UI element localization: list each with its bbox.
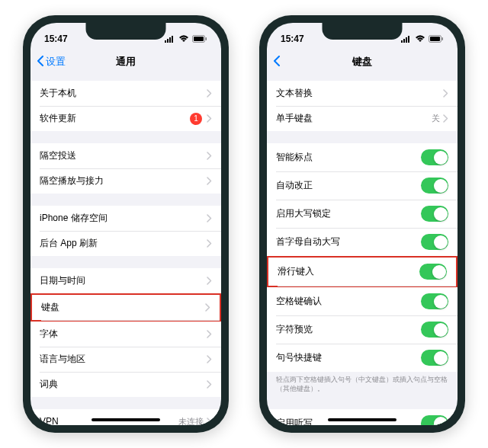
- settings-group: VPN未连接: [30, 409, 221, 425]
- svg-rect-12: [430, 37, 440, 41]
- toggle-switch[interactable]: [421, 415, 448, 425]
- svg-rect-10: [408, 36, 409, 43]
- nav-bar-right: 键盘: [267, 49, 458, 75]
- settings-row[interactable]: 句号快捷键: [267, 344, 458, 372]
- chevron-right-icon: [207, 418, 212, 426]
- toggle-switch[interactable]: [421, 206, 448, 222]
- row-label: 隔空投送: [40, 149, 207, 162]
- row-label: iPhone 储存空间: [40, 212, 207, 225]
- settings-row[interactable]: 词典: [30, 372, 221, 397]
- settings-row[interactable]: 自动改正: [267, 171, 458, 200]
- row-label: 智能标点: [276, 151, 421, 164]
- status-indicators: [165, 35, 207, 43]
- signal-icon: [401, 35, 412, 43]
- battery-icon: [192, 35, 207, 43]
- settings-group: 隔空投送隔空播放与接力: [30, 143, 221, 194]
- signal-icon: [165, 35, 175, 43]
- settings-row[interactable]: 智能标点: [267, 143, 458, 171]
- chevron-left-icon: [273, 56, 281, 69]
- toggle-switch[interactable]: [421, 322, 448, 338]
- row-label: 文本替换: [276, 87, 443, 100]
- chevron-right-icon: [443, 114, 448, 123]
- svg-rect-13: [442, 37, 444, 40]
- toggle-switch[interactable]: [421, 350, 448, 366]
- settings-row[interactable]: 软件更新1: [30, 106, 221, 131]
- row-label: 日期与时间: [40, 274, 207, 287]
- settings-row[interactable]: 滑行键入: [267, 256, 458, 287]
- content-right[interactable]: 文本替换单手键盘关智能标点自动改正启用大写锁定首字母自动大写滑行键入空格键确认字…: [267, 75, 458, 425]
- toggle-switch[interactable]: [421, 149, 448, 165]
- row-label: 字符预览: [276, 323, 421, 336]
- settings-row[interactable]: 字体: [30, 322, 221, 347]
- svg-rect-7: [401, 40, 403, 43]
- settings-row[interactable]: VPN未连接: [30, 409, 221, 425]
- screen-right: 15:47 键盘 文本替换单手键盘关智能标点自动改正启用大写锁定首字母自动大写滑…: [267, 23, 458, 425]
- row-label: 句号快捷键: [276, 351, 421, 364]
- svg-rect-5: [194, 37, 204, 41]
- settings-row[interactable]: 日期与时间: [30, 268, 221, 293]
- toggle-switch[interactable]: [421, 234, 448, 250]
- chevron-right-icon: [207, 214, 212, 222]
- settings-row[interactable]: 启用听写: [267, 409, 458, 425]
- back-button[interactable]: 设置: [37, 55, 66, 69]
- settings-row[interactable]: 空格键确认: [267, 287, 458, 315]
- svg-rect-0: [165, 40, 166, 43]
- chevron-right-icon: [207, 380, 212, 389]
- content-left[interactable]: 关于本机软件更新1隔空投送隔空播放与接力iPhone 储存空间后台 App 刷新…: [30, 75, 221, 425]
- toggle-switch[interactable]: [419, 264, 447, 280]
- row-label: 空格键确认: [276, 295, 421, 308]
- home-indicator[interactable]: [92, 418, 160, 421]
- nav-bar-left: 设置 通用: [30, 49, 221, 75]
- back-label: 设置: [46, 55, 66, 69]
- group-footer: 轻点两下空格键插入句号（中文键盘）或插入句点与空格（其他键盘）。: [267, 372, 458, 397]
- page-title: 通用: [116, 55, 136, 69]
- chevron-right-icon: [207, 89, 212, 98]
- toggle-switch[interactable]: [421, 178, 448, 194]
- toggle-switch[interactable]: [421, 293, 448, 309]
- settings-row[interactable]: 文本替换: [267, 81, 458, 106]
- settings-group: 文本替换单手键盘关: [267, 81, 458, 131]
- chevron-right-icon: [443, 89, 448, 98]
- chevron-right-icon: [207, 330, 212, 338]
- badge-icon: 1: [190, 113, 202, 125]
- wifi-icon: [415, 35, 425, 43]
- settings-group: 日期与时间键盘字体语言与地区词典: [30, 268, 221, 397]
- wifi-icon: [178, 35, 189, 43]
- svg-rect-3: [172, 36, 173, 43]
- page-title: 键盘: [352, 55, 372, 69]
- settings-row[interactable]: 首字母自动大写: [267, 228, 458, 256]
- settings-group: 关于本机软件更新1: [30, 81, 221, 131]
- notch: [323, 23, 403, 40]
- row-label: 键盘: [41, 301, 205, 314]
- row-label: 隔空播放与接力: [40, 174, 207, 187]
- row-label: 词典: [40, 378, 207, 391]
- status-time: 15:47: [44, 34, 68, 44]
- settings-row[interactable]: 字符预览: [267, 315, 458, 344]
- settings-row[interactable]: 隔空播放与接力: [30, 168, 221, 194]
- settings-row[interactable]: 隔空投送: [30, 143, 221, 168]
- settings-row[interactable]: 启用大写锁定: [267, 200, 458, 228]
- settings-row[interactable]: 单手键盘关: [267, 106, 458, 131]
- settings-group: 智能标点自动改正启用大写锁定首字母自动大写滑行键入空格键确认字符预览句号快捷键: [267, 143, 458, 372]
- row-label: 后台 App 刷新: [40, 237, 207, 250]
- row-value: 未连接: [178, 416, 204, 426]
- row-label: 关于本机: [40, 87, 207, 100]
- settings-row[interactable]: 键盘: [30, 293, 221, 322]
- row-label: 首字母自动大写: [276, 235, 421, 248]
- back-button[interactable]: [273, 56, 281, 69]
- svg-rect-9: [406, 37, 407, 43]
- settings-row[interactable]: 后台 App 刷新: [30, 231, 221, 256]
- settings-row[interactable]: 关于本机: [30, 81, 221, 106]
- chevron-left-icon: [37, 56, 44, 69]
- settings-row[interactable]: iPhone 储存空间: [30, 206, 221, 231]
- notch: [86, 23, 166, 40]
- chevron-right-icon: [207, 355, 212, 363]
- row-label: 滑行键入: [278, 265, 419, 278]
- row-label: 自动改正: [276, 179, 421, 192]
- settings-row[interactable]: 语言与地区: [30, 347, 221, 372]
- screen-left: 15:47 设置 通用 关于本机软件更新1隔空投送隔空播放与接力iPhone 储…: [30, 23, 221, 425]
- row-label: 语言与地区: [40, 353, 207, 366]
- chevron-right-icon: [207, 177, 212, 185]
- row-label: 软件更新: [40, 112, 190, 125]
- home-indicator[interactable]: [328, 418, 396, 421]
